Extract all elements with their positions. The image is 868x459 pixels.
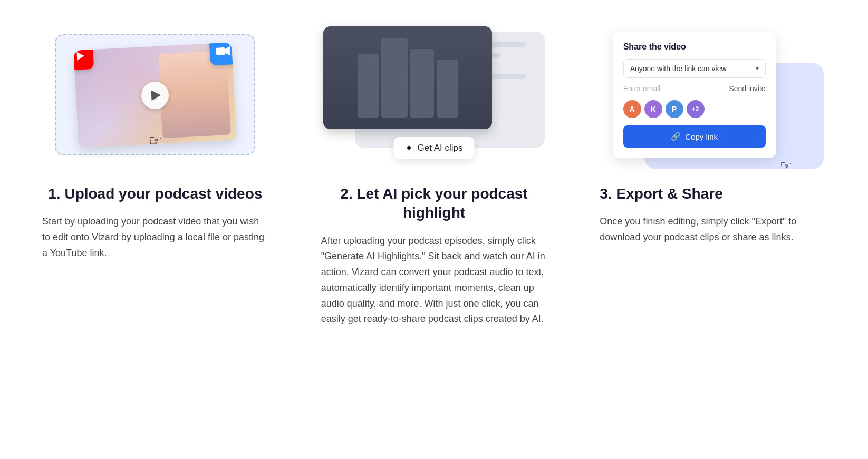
photo-card2	[323, 26, 492, 129]
share-column: Share the video Anyone with the link can…	[589, 21, 836, 246]
share-dropdown[interactable]: Anyone with the link can view ▾	[623, 59, 766, 78]
youtube-play-icon	[76, 51, 84, 60]
chevron-down-icon: ▾	[756, 65, 759, 72]
page-container: ☞ 1. Upload your podcast videos Start by…	[0, 0, 868, 359]
person-sil	[437, 60, 458, 118]
person-sil	[381, 38, 408, 118]
copy-link-button[interactable]: 🔗 Copy link	[623, 125, 766, 148]
youtube-icon	[74, 42, 94, 70]
ai-clips-badge: ✦ Get AI clips	[393, 137, 474, 159]
link-icon: 🔗	[671, 132, 681, 141]
col1-title: 1. Upload your podcast videos	[42, 184, 268, 203]
ai-badge-text: Get AI clips	[417, 143, 462, 153]
zoom-icon	[209, 42, 237, 65]
copy-link-label: Copy link	[685, 132, 718, 141]
svg-marker-1	[225, 46, 231, 55]
ai-illustration: ✦ Get AI clips	[323, 21, 545, 169]
upload-illustration: ☞	[34, 21, 276, 169]
cursor-icon: ☞	[780, 158, 792, 174]
upload-dashed-box: ☞	[55, 34, 255, 155]
share-avatars: A K P +2	[623, 100, 766, 118]
share-wrapper: Share the video Anyone with the link can…	[602, 21, 824, 169]
person-sil	[358, 54, 379, 118]
avatar-count: +2	[687, 100, 705, 118]
col1-desc: Start by uploading your podcast video th…	[42, 214, 268, 261]
upload-column: ☞ 1. Upload your podcast videos Start by…	[32, 21, 279, 261]
col2-title: 2. Let AI pick your podcast highlight	[321, 184, 547, 223]
people-silhouette	[358, 38, 458, 118]
photo2-people	[323, 26, 492, 129]
col2-desc: After uploading your podcast episodes, s…	[321, 233, 547, 327]
cursor-icon: ☞	[149, 132, 162, 149]
col2-content: 2. Let AI pick your podcast highlight Af…	[311, 184, 558, 327]
col1-content: 1. Upload your podcast videos Start by u…	[32, 184, 279, 261]
share-dropdown-text: Anyone with the link can view	[630, 64, 727, 73]
play-triangle-icon	[151, 89, 161, 100]
person-sil	[410, 49, 434, 118]
share-email-row: Enter email Send invite	[623, 84, 766, 93]
ai-column: ✦ Get AI clips 2. Let AI pick your podca…	[311, 21, 558, 327]
send-invite-button[interactable]: Send invite	[729, 84, 765, 93]
col3-content: 3. Export & Share Once you finish editin…	[589, 184, 836, 246]
ai-clips-icon: ✦	[405, 142, 413, 154]
three-column-layout: ☞ 1. Upload your podcast videos Start by…	[32, 21, 836, 327]
share-card: Share the video Anyone with the link can…	[613, 32, 776, 158]
share-card-title: Share the video	[623, 42, 766, 52]
col3-title: 3. Export & Share	[600, 184, 826, 203]
avatar-2: K	[644, 100, 662, 118]
col3-desc: Once you finish editing, simply click "E…	[600, 214, 826, 245]
avatar-1: A	[623, 100, 641, 118]
email-placeholder[interactable]: Enter email	[623, 84, 661, 93]
avatar-3: P	[666, 100, 683, 118]
svg-rect-0	[216, 47, 226, 55]
